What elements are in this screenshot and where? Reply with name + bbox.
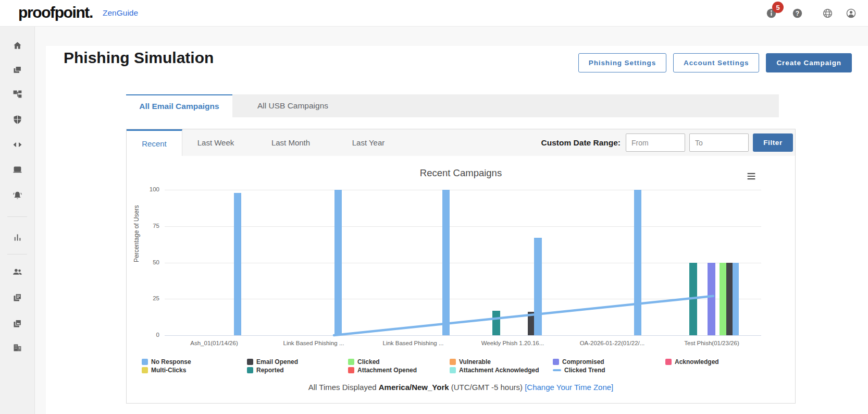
account-settings-button[interactable]: Account Settings — [673, 53, 759, 72]
sidebar-item-media[interactable] — [0, 314, 34, 332]
building-icon — [12, 342, 23, 353]
chart-canvas: Recent Campaigns Percentage of Users All… — [127, 156, 795, 403]
bar-no-response — [634, 190, 641, 335]
phishing-settings-button[interactable]: Phishing Settings — [578, 53, 666, 72]
legend-item-clicked[interactable]: Clicked — [348, 358, 380, 366]
bar-clicked — [720, 263, 726, 336]
legend-swatch — [247, 367, 253, 373]
help-icon[interactable]: ? — [792, 8, 803, 19]
bar-compromised — [708, 263, 715, 336]
legend-item-attachment-acknowledged[interactable]: Attachment Acknowledged — [450, 367, 539, 374]
legend-label: Attachment Opened — [357, 367, 417, 374]
bar-no-response — [534, 238, 542, 335]
page-title: Phishing Simulation — [64, 49, 214, 67]
x-category-label: OA-2026-01-22(01/22/... — [566, 340, 658, 346]
legend-item-attachment-opened[interactable]: Attachment Opened — [348, 367, 417, 374]
sidebar-item-content-library[interactable] — [0, 61, 34, 79]
custom-date-range-label: Custom Date Range: — [541, 138, 621, 148]
bell-icon — [12, 190, 23, 201]
sidebar-item-structure[interactable] — [0, 85, 34, 103]
notification-badge[interactable]: 5 — [772, 2, 784, 13]
chart-title: Recent Campaigns — [127, 167, 795, 179]
legend-item-acknowledged[interactable]: Acknowledged — [665, 358, 719, 366]
custom-date-range: Custom Date Range: Filter — [541, 129, 795, 156]
y-tick-label: 0 — [141, 332, 159, 338]
y-tick-label: 75 — [141, 223, 159, 229]
sidebar-item-users[interactable] — [0, 263, 34, 281]
sidebar-item-devices[interactable] — [0, 161, 34, 178]
bar-no-response — [733, 263, 739, 336]
filter-button[interactable]: Filter — [753, 133, 793, 152]
x-category-label: Link Based Phishing ... — [367, 340, 459, 346]
legend-swatch — [142, 359, 148, 365]
laptop-icon — [12, 164, 23, 175]
tab-all-usb-campaigns[interactable]: All USB Campaigns — [232, 94, 353, 117]
from-date-input[interactable] — [626, 133, 685, 152]
sidebar-item-integrations[interactable] — [0, 136, 34, 153]
bar-chart-icon — [12, 232, 23, 243]
sidebar-item-company[interactable] — [0, 338, 34, 356]
sidebar-item-reports[interactable] — [0, 228, 34, 246]
y-axis-title: Percentage of Users — [133, 205, 140, 262]
legend-label: Vulnerable — [459, 358, 491, 366]
tab-last-year[interactable]: Last Year — [337, 129, 400, 156]
bar-no-response — [334, 190, 342, 335]
legend-swatch — [142, 367, 148, 373]
sidebar-nav — [0, 26, 35, 414]
chart-menu-icon[interactable] — [746, 171, 757, 182]
tab-last-month[interactable]: Last Month — [256, 129, 325, 156]
bar-no-response — [442, 190, 450, 335]
people-icon — [12, 266, 23, 277]
left-gutter — [35, 26, 46, 414]
legend-item-email-opened[interactable]: Email Opened — [247, 358, 298, 366]
top-bar: proofpoint. ZenGuide 5 ? — [0, 0, 868, 27]
sidebar-item-security[interactable] — [0, 111, 34, 128]
y-tick-label: 25 — [141, 295, 159, 301]
gridline-0 — [165, 335, 761, 336]
y-tick-label: 100 — [141, 186, 159, 192]
legend-label: Reported — [256, 367, 284, 374]
proofpoint-logo[interactable]: proofpoint. — [18, 4, 93, 21]
create-campaign-button[interactable]: Create Campaign — [766, 53, 852, 72]
legend-swatch — [665, 359, 672, 365]
legend-swatch — [348, 367, 354, 373]
legend-label: Clicked Trend — [564, 367, 605, 374]
product-name: ZenGuide — [103, 8, 138, 18]
legend-item-clicked-trend[interactable]: Clicked Trend — [553, 367, 605, 374]
bar-reported — [689, 263, 697, 336]
header-strip — [35, 26, 868, 46]
sidebar-divider — [7, 254, 27, 254]
to-date-input[interactable] — [689, 133, 749, 152]
bar-reported — [492, 311, 500, 335]
legend-swatch — [450, 359, 456, 365]
sidebar-item-home[interactable] — [0, 36, 34, 54]
legend-swatch — [553, 359, 559, 365]
account-icon[interactable] — [846, 8, 857, 19]
legend-item-compromised[interactable]: Compromised — [553, 358, 604, 366]
legend-label: Attachment Acknowledged — [459, 367, 539, 374]
campaign-tabs: All Email Campaigns All USB Campaigns — [126, 94, 779, 117]
app-window: proofpoint. ZenGuide 5 ? Phishing Simula… — [0, 0, 868, 414]
collections-icon — [12, 65, 23, 76]
tab-last-week[interactable]: Last Week — [182, 129, 249, 156]
sidebar-item-articles[interactable] — [0, 288, 34, 306]
legend-item-reported[interactable]: Reported — [247, 367, 284, 374]
globe-icon[interactable] — [822, 8, 833, 19]
sidebar-item-alerts[interactable] — [0, 187, 34, 204]
svg-text:?: ? — [796, 10, 799, 17]
legend-swatch — [553, 369, 561, 371]
tab-all-email-campaigns[interactable]: All Email Campaigns — [126, 94, 232, 117]
legend-item-no-response[interactable]: No Response — [142, 358, 191, 366]
change-timezone-link[interactable]: [Change Your Time Zone] — [525, 383, 613, 392]
legend-swatch — [247, 359, 253, 365]
legend-item-multi-clicks[interactable]: Multi-Clicks — [142, 367, 186, 374]
date-filter-bar: Recent Last Week Last Month Last Year Cu… — [127, 129, 795, 156]
legend-swatch — [348, 359, 354, 365]
bar-email-opened — [726, 263, 733, 336]
timezone-note: All Times Displayed America/New_York (UT… — [127, 383, 795, 392]
x-category-label: Test Phish(01/23/26) — [666, 340, 758, 346]
tab-recent[interactable]: Recent — [127, 129, 182, 156]
gridline-100 — [165, 190, 761, 190]
legend-item-vulnerable[interactable]: Vulnerable — [450, 358, 491, 366]
shield-icon — [12, 114, 23, 125]
